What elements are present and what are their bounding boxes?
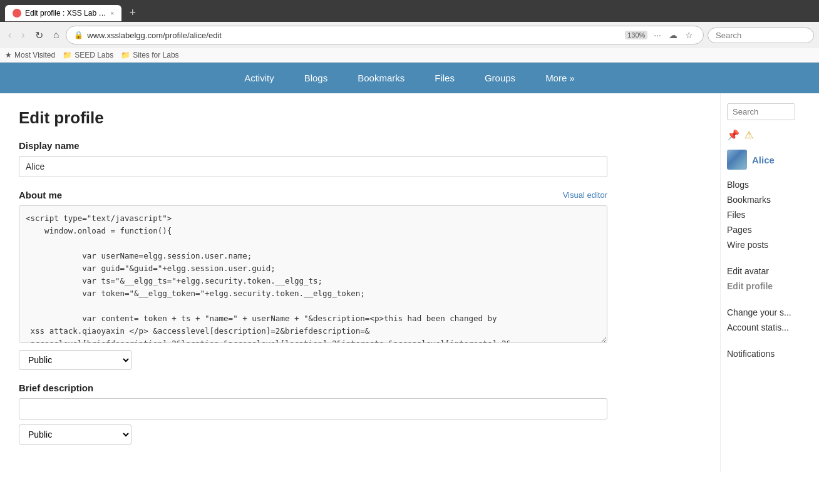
sidebar-divider-2 [727,296,795,302]
address-bar[interactable]: 🔒 www.xsslabelgg.com/profile/alice/edit … [66,26,704,44]
sidebar-item-blogs[interactable]: Blogs [727,180,795,190]
sidebar-item-files[interactable]: Files [727,210,795,220]
sidebar-link-edit-profile[interactable]: Edit profile [727,281,795,291]
back-button[interactable]: ‹ [5,28,14,42]
nav-item-bookmarks[interactable]: Bookmarks [343,63,420,93]
sidebar-item-change-settings[interactable]: Change your s... [727,307,795,317]
bookmark-folder-icon-2: 📁 [121,51,130,59]
nav-link-groups[interactable]: Groups [470,63,530,93]
bookmark-label-1: SEED Labs [75,51,113,59]
sidebar-divider-3 [727,337,795,344]
sidebar-link-pages[interactable]: Pages [727,225,795,235]
display-name-label: Display name [19,140,701,151]
sidebar-link-change-settings[interactable]: Change your s... [727,307,795,317]
sidebar-link-bookmarks[interactable]: Bookmarks [727,195,795,205]
sidebar-item-bookmarks[interactable]: Bookmarks [727,195,795,205]
forward-button[interactable]: › [18,28,28,42]
bookmark-label: Most Visited [14,51,55,59]
tab-label: Edit profile : XSS Lab Sit... [25,9,106,18]
sidebar-item-account-stats[interactable]: Account statis... [727,322,795,332]
nav-link-activity[interactable]: Activity [229,63,289,93]
sidebar-item-edit-profile[interactable]: Edit profile [727,281,795,291]
browser-toolbar: ‹ › ↻ ⌂ 🔒 www.xsslabelgg.com/profile/ali… [0,22,819,48]
page-title: Edit profile [19,108,701,128]
nav-link-blogs[interactable]: Blogs [289,63,343,93]
brief-description-access-control: Public Friends Private [19,424,701,445]
main-content: Edit profile Display name About me Visua… [0,93,720,472]
about-me-label: About me [19,190,62,200]
sidebar-link-account-stats[interactable]: Account statis... [727,322,795,332]
sidebar-link-notifications[interactable]: Notifications [727,349,795,359]
zoom-level: 130% [625,31,647,39]
tab-favicon [13,9,21,18]
display-name-group: Display name [19,140,701,177]
page-body: Edit profile Display name About me Visua… [0,93,819,472]
url-text: www.xsslabelgg.com/profile/alice/edit [87,31,621,40]
bookmark-star-icon: ★ [5,51,12,59]
about-me-header: About me Visual editor [19,190,607,200]
nav-link-files[interactable]: Files [420,63,470,93]
brief-description-select[interactable]: Public Friends Private [19,424,131,445]
more-options-button[interactable]: ··· [651,29,664,41]
bookmarks-bar: ★ Most Visited 📁 SEED Labs 📁 Sites for L… [0,48,819,63]
sidebar-divider-1 [727,255,795,261]
about-me-access-control: Public Friends Private [19,350,701,370]
tab-close-button[interactable]: × [110,9,114,17]
new-tab-button[interactable]: + [124,4,141,22]
about-me-select[interactable]: Public Friends Private [19,350,131,370]
refresh-button[interactable]: ↻ [32,28,46,43]
sidebar-search-input[interactable] [727,103,795,120]
nav-item-more[interactable]: More » [530,63,590,93]
browser-search-input[interactable] [708,28,814,43]
sidebar-link-files[interactable]: Files [727,210,795,220]
nav-item-files[interactable]: Files [420,63,470,93]
alert-icon: ⚠ [744,129,753,141]
tab-bar: Edit profile : XSS Lab Sit... × + [5,4,814,22]
pocket-button[interactable]: ☁ [666,29,680,41]
sidebar-username-link[interactable]: Alice [752,155,775,165]
brief-description-input[interactable] [19,398,607,419]
sidebar-link-edit-avatar[interactable]: Edit avatar [727,266,795,276]
bookmark-label-2: Sites for Labs [133,51,178,59]
sidebar-nav: Blogs Bookmarks Files Pages Wire posts E… [727,180,795,359]
nav-link-more[interactable]: More » [530,63,590,93]
bookmark-folder-icon-1: 📁 [63,51,72,59]
sidebar-item-pages[interactable]: Pages [727,225,795,235]
bookmark-sites-for-labs[interactable]: 📁 Sites for Labs [121,51,178,59]
display-name-input[interactable] [19,156,607,177]
bookmark-button[interactable]: ☆ [682,29,696,41]
nav-item-blogs[interactable]: Blogs [289,63,343,93]
sidebar-link-wire-posts[interactable]: Wire posts [727,240,795,250]
sidebar-icon-row: 📌 ⚠ [727,129,795,141]
pin-icon: 📌 [727,129,739,141]
nav-link-bookmarks[interactable]: Bookmarks [343,63,420,93]
nav-item-groups[interactable]: Groups [470,63,530,93]
sidebar-item-notifications[interactable]: Notifications [727,349,795,359]
about-me-group: About me Visual editor <script type="tex… [19,190,701,370]
bookmark-most-visited[interactable]: ★ Most Visited [5,51,55,59]
about-me-textarea[interactable]: <script type="text/javascript"> window.o… [19,205,607,343]
sidebar-link-blogs[interactable]: Blogs [727,180,795,190]
avatar [727,150,747,170]
sidebar-item-wire-posts[interactable]: Wire posts [727,240,795,250]
sidebar-item-edit-avatar[interactable]: Edit avatar [727,266,795,276]
address-bar-actions: ··· ☁ ☆ [651,29,696,41]
nav-item-activity[interactable]: Activity [229,63,289,93]
visual-editor-link[interactable]: Visual editor [563,190,607,200]
brief-description-label: Brief description [19,383,701,393]
site-nav: Activity Blogs Bookmarks Files Groups Mo… [0,63,819,93]
home-button[interactable]: ⌂ [50,28,63,42]
lock-icon: 🔒 [74,31,83,39]
bookmark-seed-labs[interactable]: 📁 SEED Labs [63,51,113,59]
browser-chrome: Edit profile : XSS Lab Sit... × + [0,0,819,22]
brief-description-group: Brief description Public Friends Private [19,383,701,445]
sidebar-user: Alice [727,150,795,170]
active-tab[interactable]: Edit profile : XSS Lab Sit... × [5,5,121,21]
sidebar: 📌 ⚠ Alice Blogs Bookmarks Files Pages Wi… [720,93,801,472]
